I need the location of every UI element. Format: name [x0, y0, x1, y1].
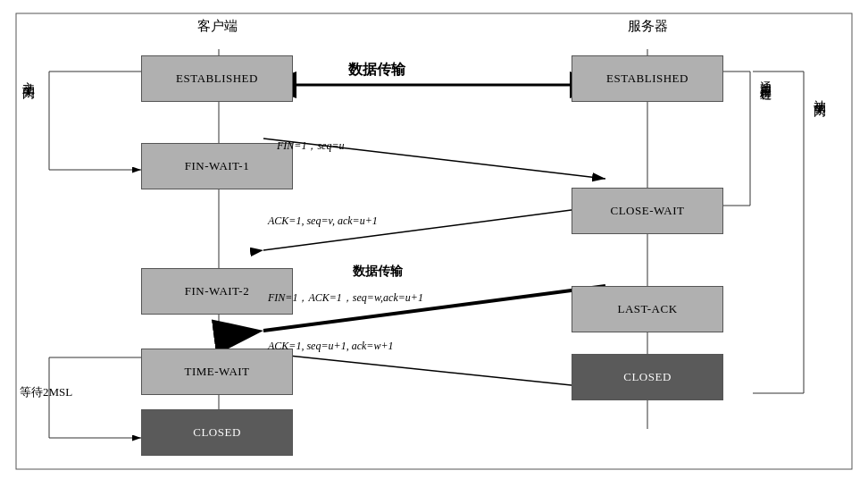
- state-close-wait: CLOSE-WAIT: [572, 188, 723, 234]
- arrow-label-fin2: FIN=1，ACK=1，seq=w,ack=u+1: [268, 290, 423, 306]
- client-label: 客户端: [141, 18, 293, 35]
- diagram-container: 客户端 服务器 ESTABLISHED FIN-WAIT-1 FIN-WAIT-…: [0, 0, 868, 479]
- state-last-ack: LAST-ACK: [572, 286, 723, 332]
- state-established-client: ESTABLISHED: [141, 55, 293, 102]
- data-transfer-top: 数据传输: [348, 61, 405, 80]
- wait-2msl-label: 等待2MSL: [20, 384, 72, 400]
- notify-app-label: 通知应用进程: [757, 71, 773, 214]
- arrow-label-ack2: ACK=1, seq=u+1, ack=w+1: [268, 340, 393, 353]
- passive-close-label: 被动关闭: [811, 89, 827, 250]
- state-closed-client: CLOSED: [141, 409, 293, 456]
- active-close-label: 主动关闭: [20, 71, 36, 179]
- arrows-svg: [0, 0, 868, 479]
- arrow-label-fin1: FIN=1，seq=u: [277, 139, 345, 154]
- server-label: 服务器: [572, 18, 723, 35]
- svg-line-9: [263, 206, 605, 250]
- svg-line-11: [263, 353, 605, 389]
- state-established-server: ESTABLISHED: [572, 55, 723, 102]
- arrow-label-ack1: ACK=1, seq=v, ack=u+1: [268, 214, 378, 228]
- state-closed-server: CLOSED: [572, 354, 723, 400]
- data-transfer-mid: 数据传输: [353, 264, 403, 280]
- state-fin-wait-1: FIN-WAIT-1: [141, 143, 293, 189]
- state-time-wait: TIME-WAIT: [141, 349, 293, 395]
